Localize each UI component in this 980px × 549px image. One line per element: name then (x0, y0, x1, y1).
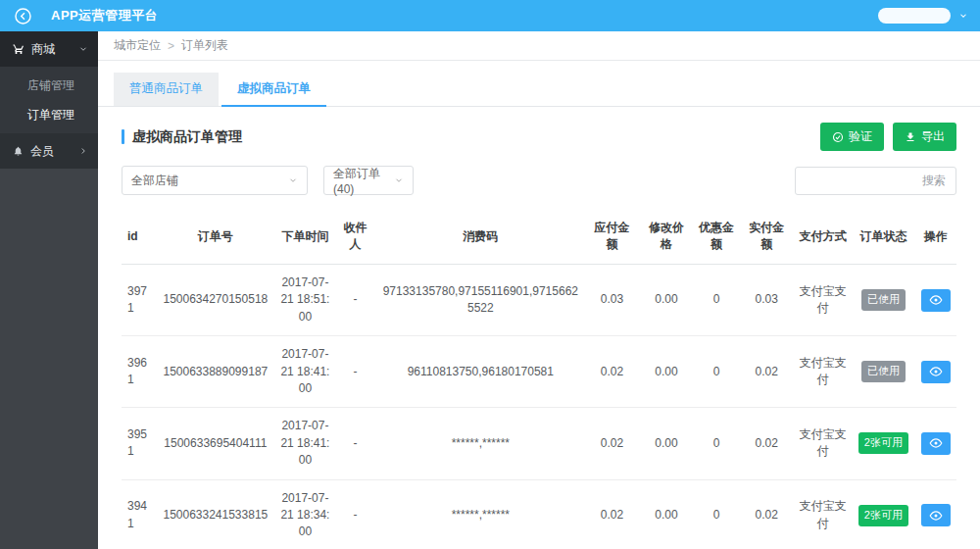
view-order-button[interactable] (921, 432, 951, 455)
topbar: APP运营管理平台 (0, 0, 980, 31)
payable-cell: 0.03 (585, 265, 639, 336)
order-tabs: 普通商品订单 虚拟商品订单 (98, 61, 980, 107)
sidebar-item-member-label: 会员 (30, 143, 54, 160)
order-no-cell: 1500633695404111 (155, 408, 276, 479)
code-cell: 97133135780,97155116901,97156625522 (376, 265, 585, 336)
order-id-cell: 3971 (122, 265, 155, 336)
recipient-cell: - (334, 336, 376, 408)
order-no-cell: 1500633241533815 (155, 479, 276, 549)
accent-bar (122, 129, 124, 144)
sidebar-item-mall[interactable]: 商城 (0, 31, 98, 67)
pay-method-cell: 支付宝支付 (794, 408, 853, 479)
column-header-paid: 实付金额 (739, 209, 793, 265)
column-header-time: 下单时间 (276, 209, 335, 265)
order-table-body: 3971 1500634270150518 2017-07-21 18:51:0… (122, 265, 956, 549)
chevron-right-icon (78, 146, 88, 156)
table-header-row: id 订单号 下单时间 收件人 消费码 应付金额 修改价格 优惠金额 实付金额 … (122, 209, 956, 265)
table-row: 3941 1500633241533815 2017-07-21 18:34:0… (122, 479, 956, 549)
status-cell: 2张可用 (852, 479, 914, 549)
download-icon (905, 131, 916, 143)
page-title: 虚拟商品订单管理 (122, 128, 242, 146)
search-input[interactable] (795, 167, 956, 195)
actions-cell (914, 336, 956, 408)
sidebar-item-member[interactable]: 会员 (0, 133, 98, 169)
code-cell: 96110813750,96180170581 (376, 336, 585, 408)
paid-cell: 0.02 (739, 336, 793, 408)
tab-normal-orders[interactable]: 普通商品订单 (114, 73, 219, 106)
pay-method-cell: 支付宝支付 (794, 336, 853, 408)
sidebar-item-order-management[interactable]: 订单管理 (0, 100, 98, 129)
bell-icon (13, 145, 24, 157)
status-badge: 2张可用 (858, 432, 908, 454)
order-id-cell: 3941 (122, 479, 155, 549)
order-time-cell: 2017-07-21 18:51:00 (276, 265, 335, 336)
breadcrumb-item: 订单列表 (181, 37, 228, 54)
eye-icon (929, 366, 943, 377)
user-menu-caret-icon[interactable] (958, 11, 968, 21)
eye-icon (929, 294, 943, 306)
payable-cell: 0.02 (585, 479, 639, 549)
column-header-pay-method: 支付方式 (794, 209, 853, 265)
code-cell: ******,****** (376, 479, 585, 549)
payable-cell: 0.02 (585, 336, 639, 408)
discount-cell: 0 (694, 336, 740, 408)
view-order-button[interactable] (921, 289, 951, 312)
paid-cell: 0.03 (739, 265, 793, 336)
order-time-cell: 2017-07-21 18:41:00 (276, 336, 335, 408)
chevron-down-icon (394, 175, 404, 185)
sidebar: 商城 店铺管理 订单管理 会员 (0, 31, 98, 549)
sidebar-item-mall-label: 商城 (31, 41, 55, 58)
orders-table: id 订单号 下单时间 收件人 消费码 应付金额 修改价格 优惠金额 实付金额 … (122, 209, 956, 549)
app-title: APP运营管理平台 (51, 7, 158, 25)
sidebar-collapse-button[interactable] (12, 5, 33, 26)
column-header-id: id (122, 209, 155, 265)
modified-price-cell: 0.00 (639, 408, 693, 479)
status-badge: 已使用 (861, 289, 906, 311)
view-order-button[interactable] (921, 504, 951, 526)
order-filter-select[interactable]: 全部订单(40) (323, 166, 414, 195)
discount-cell: 0 (694, 408, 740, 479)
column-header-modified-price: 修改价格 (639, 209, 693, 265)
order-id-cell: 3961 (122, 336, 155, 408)
recipient-cell: - (334, 408, 376, 479)
eye-icon (929, 437, 943, 449)
modified-price-cell: 0.00 (639, 479, 693, 549)
view-order-button[interactable] (921, 361, 951, 383)
status-badge: 2张可用 (858, 505, 908, 526)
actions-cell (914, 479, 956, 549)
code-cell: ******,****** (376, 408, 585, 479)
paid-cell: 0.02 (739, 479, 793, 549)
column-header-order-no: 订单号 (155, 209, 276, 265)
status-cell: 已使用 (852, 265, 914, 336)
breadcrumb-separator: > (168, 39, 174, 53)
eye-icon (929, 510, 943, 522)
payable-cell: 0.02 (585, 408, 639, 479)
actions-cell (914, 265, 956, 336)
tab-virtual-orders[interactable]: 虚拟商品订单 (221, 73, 326, 107)
table-row: 3951 1500633695404111 2017-07-21 18:41:0… (122, 408, 956, 479)
column-header-code: 消费码 (376, 209, 585, 265)
user-avatar[interactable] (878, 8, 951, 24)
order-id-cell: 3951 (122, 408, 155, 479)
status-badge: 已使用 (861, 361, 906, 382)
chevron-down-icon (288, 175, 298, 185)
export-button[interactable]: 导出 (893, 123, 956, 151)
recipient-cell: - (334, 265, 376, 336)
sidebar-item-shop-management[interactable]: 店铺管理 (0, 71, 98, 100)
status-cell: 已使用 (852, 336, 914, 408)
mall-submenu: 店铺管理 订单管理 (0, 67, 98, 133)
modified-price-cell: 0.00 (639, 336, 693, 408)
order-time-cell: 2017-07-21 18:34:00 (276, 479, 335, 549)
discount-cell: 0 (694, 479, 740, 549)
paid-cell: 0.02 (739, 408, 793, 479)
chevron-down-icon (78, 44, 88, 54)
status-cell: 2张可用 (852, 408, 914, 479)
verify-button[interactable]: 验证 (820, 123, 884, 151)
breadcrumb-item[interactable]: 城市定位 (114, 37, 161, 54)
pay-method-cell: 支付宝支付 (794, 479, 853, 549)
check-circle-icon (832, 131, 844, 143)
column-header-actions: 操作 (914, 209, 956, 265)
recipient-cell: - (334, 479, 376, 549)
table-row: 3971 1500634270150518 2017-07-21 18:51:0… (122, 265, 956, 336)
shop-filter-select[interactable]: 全部店铺 (122, 166, 308, 195)
